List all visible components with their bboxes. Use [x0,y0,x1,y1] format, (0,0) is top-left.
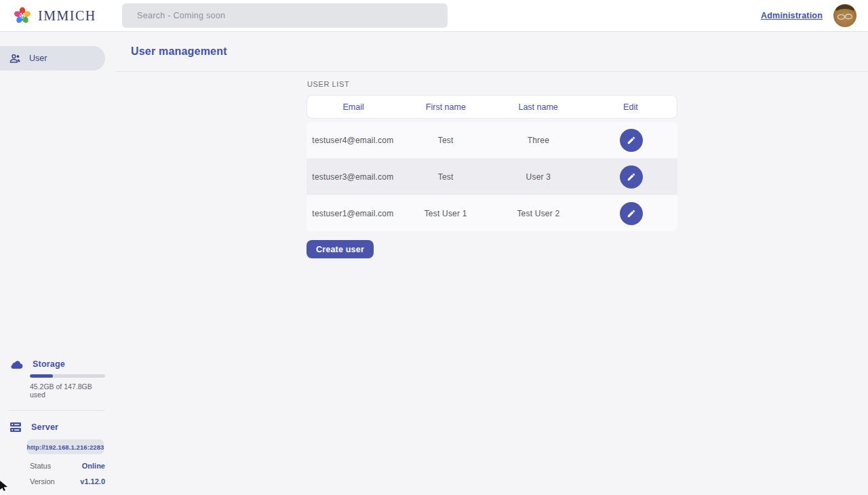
sidebar: User Storage 45.2GB of 147.8GB used [0,32,116,495]
mouse-cursor [0,481,8,494]
create-user-button[interactable]: Create user [307,240,374,258]
column-header: Email [307,102,399,112]
server-title: Server [31,422,58,432]
search-bar [122,3,448,28]
user-avatar[interactable] [833,4,856,27]
storage-title: Storage [33,359,65,369]
server-icon [9,422,22,433]
storage-progress-fill [30,374,53,378]
edit-user-button[interactable] [620,129,643,152]
cell-first-name: Test [399,172,492,182]
cell-last-name: Three [492,136,585,145]
server-section: Server http://192.168.1.216:2283 Status … [9,422,105,486]
user-table-header: Email First name Last name Edit [307,95,677,119]
cell-last-name: Test User 2 [492,209,585,218]
server-url: http://192.168.1.216:2283 [27,443,104,451]
table-row: testuser3@email.com Test User 3 [307,159,677,195]
immich-logo-icon [12,5,33,26]
main-content: User management USER LIST Email First na… [116,32,868,495]
page-title-bar: User management [116,32,868,72]
sidebar-divider [9,410,105,411]
server-version-label: Version [30,477,55,486]
server-status-value: Online [82,462,105,470]
cell-email: testuser1@email.com [307,209,399,218]
pencil-icon [627,172,636,182]
cell-email: testuser3@email.com [307,172,399,182]
user-table: testuser4@email.com Test Three [307,122,677,232]
sidebar-item-label: User [29,54,47,63]
pencil-icon [627,209,636,218]
column-header: Edit [585,102,677,112]
storage-progress-bar [30,374,105,378]
table-row: testuser4@email.com Test Three [307,122,677,159]
table-row: testuser1@email.com Test User 1 Test Use… [307,195,677,232]
cell-first-name: Test User 1 [399,209,492,218]
search-input[interactable] [122,3,448,28]
brand[interactable]: IMMICH [12,5,122,26]
cloud-icon [9,359,23,369]
section-title: USER LIST [307,80,677,88]
cell-first-name: Test [399,136,492,145]
cell-last-name: User 3 [492,172,585,182]
edit-user-button[interactable] [620,165,643,189]
administration-link[interactable]: Administration [761,11,823,20]
server-status-label: Status [30,462,51,470]
avatar-photo [833,4,856,27]
server-url-badge: http://192.168.1.216:2283 [27,439,104,454]
cell-email: testuser4@email.com [307,136,399,145]
column-header: Last name [492,102,585,112]
brand-name: IMMICH [38,8,96,24]
top-navigation-bar: IMMICH Administration [0,0,868,32]
storage-usage-text: 45.2GB of 147.8GB used [30,382,105,399]
storage-section: Storage 45.2GB of 147.8GB used [9,359,105,399]
users-icon [9,54,21,63]
page-title: User management [131,45,227,58]
server-version-value: v1.12.0 [80,477,105,486]
edit-user-button[interactable] [620,202,643,225]
sidebar-item-user[interactable]: User [0,46,105,71]
column-header: First name [399,102,492,112]
pencil-icon [627,136,636,145]
